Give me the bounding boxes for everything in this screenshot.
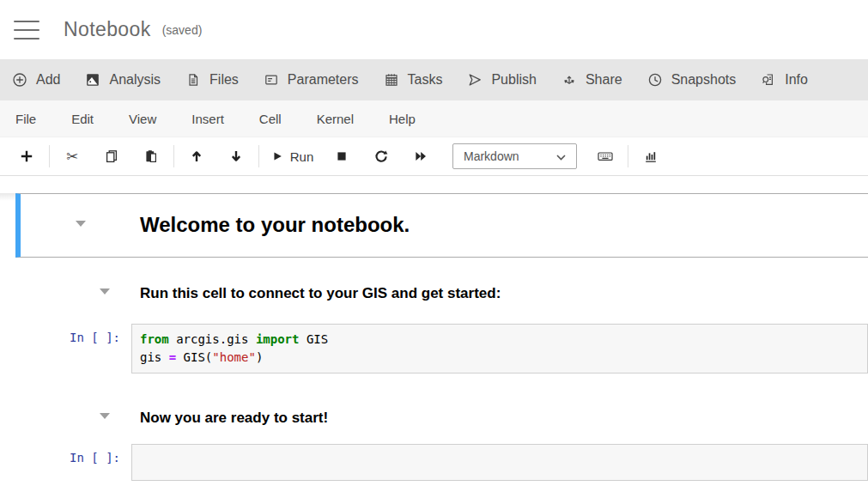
collapse-triangle-icon[interactable] (76, 221, 86, 227)
command-palette-button[interactable] (586, 143, 625, 169)
run-cell-button[interactable]: Run (262, 143, 322, 169)
restart-kernel-button[interactable] (361, 143, 401, 169)
bar-chart-icon (643, 149, 659, 164)
toolbar-divider (173, 145, 174, 167)
markdown-cell-run-instructions[interactable]: Run this cell to connect to your GIS and… (0, 285, 868, 302)
heading-run-instructions: Run this cell to connect to your GIS and… (140, 285, 868, 302)
save-status: (saved) (162, 23, 203, 37)
tasks-calendar-icon (384, 72, 399, 88)
top-app-bar: Notebook (saved) (0, 0, 868, 59)
info-button[interactable]: Info (761, 72, 808, 88)
hamburger-menu-icon[interactable] (14, 21, 39, 39)
heading-ready: Now you are ready to start! (140, 410, 868, 427)
snapshots-button[interactable]: Snapshots (647, 72, 737, 88)
collapse-triangle-icon[interactable] (100, 288, 110, 295)
paste-icon (143, 149, 159, 164)
menu-kernel[interactable]: Kernel (317, 112, 354, 126)
files-icon (185, 72, 201, 88)
menu-file[interactable]: File (15, 112, 36, 126)
files-button[interactable]: Files (185, 72, 239, 88)
heading-welcome: Welcome to your notebook. (140, 213, 410, 237)
arrow-up-icon (189, 149, 204, 164)
code-cell-empty: In [ ]: (0, 444, 868, 481)
code-line: gis = GIS("home") (140, 349, 860, 367)
menu-edit[interactable]: Edit (71, 112, 94, 126)
menu-insert[interactable]: Insert (191, 112, 224, 126)
notebook-menu-bar: File Edit View Insert Cell Kernel Help (0, 100, 868, 137)
arcgis-toolbar: Add Analysis Files Parameters Tasks Publ… (0, 59, 868, 100)
toolbar-divider (258, 145, 259, 167)
plus-icon (19, 149, 34, 164)
add-button[interactable]: Add (12, 72, 60, 88)
share-arrows-icon (561, 72, 577, 88)
input-prompt: In [ ]: (0, 324, 131, 344)
code-cell-gis-connect: In [ ]: from arcgis.gis import GIS gis =… (0, 324, 868, 374)
cell-toolbar: ✂ Run Markdown (0, 137, 868, 176)
arrow-down-icon (228, 149, 244, 164)
snapshots-clock-icon (647, 72, 663, 88)
cell-type-select[interactable]: Markdown (452, 143, 577, 169)
cut-cell-button[interactable]: ✂ (52, 143, 92, 169)
refresh-icon (373, 149, 389, 164)
chevron-down-icon (556, 149, 566, 163)
play-icon (270, 149, 284, 163)
collapse-triangle-icon[interactable] (100, 413, 110, 419)
add-cell-button[interactable] (7, 143, 46, 169)
restart-run-all-button[interactable] (401, 143, 440, 169)
tasks-button[interactable]: Tasks (384, 72, 443, 88)
add-circle-icon (12, 72, 27, 88)
publish-plane-icon (467, 72, 483, 88)
menu-view[interactable]: View (129, 112, 156, 126)
analysis-button[interactable]: Analysis (85, 72, 161, 88)
menu-help[interactable]: Help (389, 112, 416, 126)
toolbar-divider (49, 145, 50, 167)
input-prompt: In [ ]: (0, 444, 131, 465)
copy-icon (104, 149, 119, 164)
move-cell-down-button[interactable] (216, 143, 256, 169)
cell-type-value: Markdown (464, 149, 519, 163)
copy-cell-button[interactable] (92, 143, 131, 169)
parameters-button[interactable]: Parameters (264, 72, 359, 88)
move-cell-up-button[interactable] (177, 143, 216, 169)
info-search-doc-icon (761, 72, 776, 88)
run-label: Run (290, 149, 314, 164)
interrupt-kernel-button[interactable] (322, 143, 361, 169)
parameters-icon (264, 72, 279, 88)
code-editor-empty[interactable] (131, 444, 868, 481)
keyboard-icon (597, 149, 614, 164)
code-editor-gis-connect[interactable]: from arcgis.gis import GIS gis = GIS("ho… (131, 324, 868, 374)
toolbar-divider (628, 145, 628, 167)
stop-icon (334, 149, 349, 164)
publish-button[interactable]: Publish (467, 72, 536, 88)
menu-cell[interactable]: Cell (259, 112, 282, 126)
scissors-icon: ✂ (66, 149, 78, 164)
code-line: from arcgis.gis import GIS (140, 331, 860, 349)
chart-toggle-button[interactable] (631, 143, 671, 169)
page-title: Notebook (64, 18, 151, 41)
markdown-cell-welcome[interactable]: Welcome to your notebook. (15, 193, 868, 258)
share-button[interactable]: Share (561, 72, 622, 88)
paste-cell-button[interactable] (131, 143, 171, 169)
markdown-cell-ready[interactable]: Now you are ready to start! (0, 410, 868, 427)
fast-forward-icon (413, 149, 428, 164)
analysis-icon (85, 72, 100, 88)
notebook-content: Welcome to your notebook. Run this cell … (0, 193, 868, 481)
